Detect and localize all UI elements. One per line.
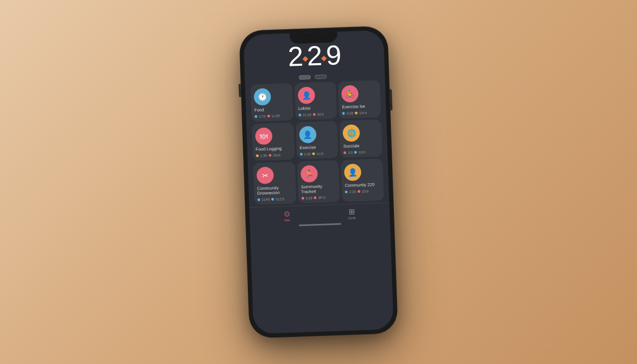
- grid-item-community[interactable]: 👤Community 2202:2010:8: [341, 159, 384, 202]
- lokise-stats: 21:2020:0: [298, 112, 324, 117]
- community-label: Community 220: [345, 182, 374, 188]
- stat-value: 2:20: [349, 190, 356, 194]
- food-logging-label: Food Logging: [256, 146, 282, 152]
- socciale-stats: 2:010:0: [343, 150, 365, 154]
- phone-screen: 2◆2◆9 🕐Food2:701v:30👤Lokise21:2020:0🚴Exe…: [243, 30, 394, 334]
- stat-dot: [255, 115, 257, 118]
- stat-value: 3:28: [306, 196, 313, 200]
- home-indicator: [299, 223, 341, 227]
- stat-value: 10:8: [362, 189, 369, 193]
- grid-item-food-logging[interactable]: 🍽Food Logging2:3915v0: [252, 123, 295, 161]
- food-icon: 🕐: [254, 88, 271, 106]
- sommunity-trackeit-stats: 3:283P:0: [302, 196, 325, 201]
- sommunity-trackeit-label: Sommunity Trackeit: [301, 184, 337, 194]
- socciale-icon: 🌐: [343, 124, 360, 142]
- lokise-label: Lokise: [298, 106, 311, 111]
- exercise-ise-label: Exercise Ise: [342, 104, 365, 110]
- socciale-label: Socciale: [343, 143, 360, 149]
- app-grid: 🕐Food2:701v:30👤Lokise21:2020:0🚴Exercise …: [245, 78, 389, 207]
- food-logging-icon: 🍽: [255, 127, 272, 145]
- stat-dot: [312, 152, 315, 155]
- stat-value: 1v:30: [271, 114, 280, 118]
- power-button: [390, 89, 392, 110]
- stat-dot: [271, 198, 274, 201]
- stat-value: 3P:0: [318, 196, 325, 200]
- nav-coob-icon: ⊞: [348, 207, 355, 216]
- stat-value: 2:70: [259, 114, 265, 118]
- stat-dot: [354, 151, 357, 153]
- number-right: 9: [325, 39, 341, 71]
- exercise-stats: 2:35Lo:0: [300, 152, 324, 157]
- stat-dot: [343, 151, 346, 154]
- stat-value: 10:0: [358, 150, 365, 154]
- exercise-ise-stats: 3:281/4:e: [342, 111, 367, 116]
- stat-dot: [314, 196, 316, 199]
- stat-value: Lo:0: [316, 152, 323, 155]
- community-icon: 👤: [344, 163, 361, 181]
- stat-dot: [298, 114, 301, 116]
- stat-value: 3:28: [347, 111, 354, 115]
- stat-value: 1/4:e: [359, 111, 367, 115]
- stat-value: 2:35: [304, 152, 311, 155]
- nav-item-oke[interactable]: ⊙Oke: [283, 210, 290, 222]
- tab-tocking[interactable]: [315, 74, 326, 79]
- stat-dot: [267, 115, 270, 117]
- phone-device: 2◆2◆9 🕐Food2:701v:30👤Lokise21:2020:0🚴Exe…: [239, 25, 398, 338]
- number-mid: 2: [306, 40, 322, 72]
- nav-coob-label: Coob: [348, 216, 356, 220]
- grid-item-exercise[interactable]: 👤Exercise2:35Lo:0: [296, 121, 339, 160]
- food-stats: 2:701v:30: [254, 114, 280, 118]
- stat-value: 21:20: [303, 112, 312, 117]
- stat-dot: [355, 111, 357, 114]
- grid-item-community-drownecion[interactable]: ✂Community Drownecion21P0512'S: [253, 162, 296, 205]
- stat-value: 21P0: [262, 197, 270, 202]
- food-label: Food: [254, 107, 264, 112]
- stat-value: 512'S: [276, 197, 285, 201]
- community-stats: 2:2010:8: [345, 189, 369, 194]
- stat-dot: [269, 154, 271, 157]
- food-logging-stats: 2:3915v0: [256, 153, 280, 158]
- volume-button: [238, 84, 241, 97]
- stat-dot: [256, 154, 259, 157]
- notch: [289, 32, 338, 44]
- lokise-icon: 👤: [297, 86, 315, 104]
- stat-value: 20:0: [317, 112, 324, 116]
- grid-item-food[interactable]: 🕐Food2:701v:30: [251, 83, 294, 122]
- stat-dot: [257, 198, 260, 201]
- grid-item-sommunity-trackeit[interactable]: 🏃Sommunity Trackeit3:283P:0: [297, 160, 340, 204]
- sommunity-trackeit-icon: 🏃: [300, 165, 318, 183]
- stat-dot: [313, 113, 315, 116]
- nav-item-coob[interactable]: ⊞Coob: [348, 207, 356, 220]
- grid-item-exercise-ise[interactable]: 🚴Exercise Ise3:281/4:e: [338, 80, 381, 119]
- nav-oke-icon: ⊙: [283, 210, 290, 218]
- community-drownecion-label: Community Drownecion: [257, 185, 292, 196]
- community-drownecion-icon: ✂: [256, 167, 274, 184]
- stat-value: 2:0: [348, 151, 352, 154]
- grid-item-socciale[interactable]: 🌐Socciale2:010:0: [339, 119, 382, 158]
- exercise-ise-icon: 🚴: [341, 85, 359, 102]
- tab-hitness[interactable]: [299, 75, 311, 80]
- stat-value: 2:39: [260, 153, 267, 157]
- number-left: 2: [287, 41, 303, 72]
- exercise-icon: 👤: [299, 126, 316, 143]
- community-drownecion-stats: 21P0512'S: [257, 197, 285, 202]
- stat-dot: [358, 190, 360, 193]
- nav-oke-label: Oke: [284, 219, 290, 222]
- stat-dot: [302, 197, 304, 200]
- stat-dot: [342, 112, 345, 115]
- stat-dot: [300, 153, 303, 155]
- stat-value: 15v0: [273, 153, 280, 157]
- exercise-label: Exercise: [299, 145, 316, 150]
- grid-item-lokise[interactable]: 👤Lokise21:2020:0: [294, 82, 337, 120]
- stat-dot: [345, 190, 348, 193]
